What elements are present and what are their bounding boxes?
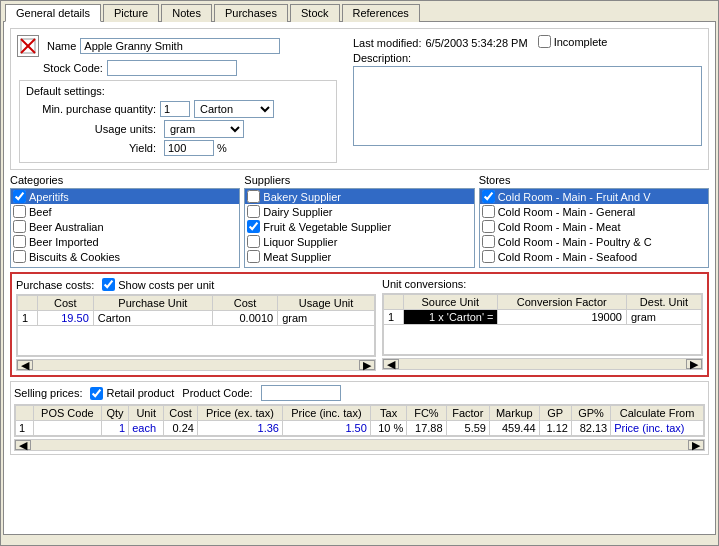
col-num — [18, 296, 38, 311]
sp-row-pos[interactable] — [34, 421, 102, 436]
store-fruit-checkbox[interactable] — [482, 190, 495, 203]
row-purchase-unit[interactable]: Carton — [93, 311, 212, 326]
uc-scroll-left-btn[interactable]: ◀ — [383, 359, 399, 369]
last-modified-label: Last modified: — [353, 37, 421, 49]
yield-input[interactable] — [164, 140, 214, 156]
row-cost[interactable]: 19.50 — [38, 311, 94, 326]
list-item[interactable]: Meat Supplier — [245, 249, 473, 264]
list-item[interactable]: Fruit & Vegetable Supplier — [245, 219, 473, 234]
purchase-costs-hscroll[interactable]: ◀ ▶ — [16, 359, 376, 371]
show-costs-label: Show costs per unit — [102, 278, 214, 291]
last-modified-row: Last modified: 6/5/2003 5:34:28 PM Incom… — [353, 35, 702, 50]
name-input[interactable] — [80, 38, 280, 54]
suppliers-column: Suppliers Bakery Supplier Dairy Supplier… — [244, 174, 474, 268]
supplier-dairy-checkbox[interactable] — [247, 205, 260, 218]
tab-general-details[interactable]: General details — [5, 4, 101, 22]
sp-row-price-ex[interactable]: 1.36 — [197, 421, 282, 436]
category-aperitifs-checkbox[interactable] — [13, 190, 26, 203]
unit-conversions-title: Unit conversions: — [382, 278, 466, 290]
sp-col-tax: Tax — [370, 406, 406, 421]
name-label: Name — [47, 40, 76, 52]
category-beer-au-checkbox[interactable] — [13, 220, 26, 233]
stores-list[interactable]: Cold Room - Main - Fruit And V Cold Room… — [479, 188, 709, 268]
sp-scroll-right-btn[interactable]: ▶ — [688, 440, 704, 450]
list-item[interactable]: Beef — [11, 204, 239, 219]
sp-row-unit[interactable]: each — [129, 421, 164, 436]
categories-list[interactable]: Aperitifs Beef Beer Australian Beer Impo… — [10, 188, 240, 268]
sp-row-calc-from[interactable]: Price (inc. tax) — [611, 421, 704, 436]
list-item[interactable]: Aperitifs — [11, 189, 239, 204]
supplier-meat-checkbox[interactable] — [247, 250, 260, 263]
scroll-right-btn[interactable]: ▶ — [359, 360, 375, 370]
category-beer-imp-checkbox[interactable] — [13, 235, 26, 248]
col-unit-cost: Cost — [213, 296, 278, 311]
name-row: Name — [17, 35, 337, 57]
supplier-liquor-checkbox[interactable] — [247, 235, 260, 248]
tab-notes[interactable]: Notes — [161, 4, 212, 22]
list-item[interactable]: Bakery Supplier — [245, 189, 473, 204]
unit-conversions-hscroll[interactable]: ◀ ▶ — [382, 358, 703, 370]
general-details-section: Name Stock Code: Default settings: Min. … — [10, 28, 709, 170]
table-row: 1 19.50 Carton 0.0010 gram — [18, 311, 375, 326]
sp-row-tax[interactable]: 10 % — [370, 421, 406, 436]
incomplete-checkbox[interactable] — [538, 35, 551, 48]
sp-col-unit: Unit — [129, 406, 164, 421]
selling-title-row: Selling prices: Retail product Product C… — [14, 385, 705, 401]
sp-scroll-left-btn[interactable]: ◀ — [15, 440, 31, 450]
uc-scroll-right-btn[interactable]: ▶ — [686, 359, 702, 369]
sp-col-qty: Qty — [101, 406, 128, 421]
retail-product-label: Retail product — [90, 387, 174, 400]
category-beef-checkbox[interactable] — [13, 205, 26, 218]
purchase-costs-section: Purchase costs: Show costs per unit Cost… — [10, 272, 709, 377]
list-item[interactable]: Cold Room - Main - General — [480, 204, 708, 219]
sp-row-price-inc[interactable]: 1.50 — [283, 421, 371, 436]
category-biscuits-checkbox[interactable] — [13, 250, 26, 263]
list-item[interactable]: Liquor Supplier — [245, 234, 473, 249]
supplier-fruit-checkbox[interactable] — [247, 220, 260, 233]
list-item[interactable]: Cold Room - Main - Meat — [480, 219, 708, 234]
store-general-checkbox[interactable] — [482, 205, 495, 218]
tab-bar: General details Picture Notes Purchases … — [1, 1, 718, 21]
retail-product-checkbox[interactable] — [90, 387, 103, 400]
tab-stock[interactable]: Stock — [290, 4, 340, 22]
min-purchase-input[interactable] — [160, 101, 190, 117]
tab-purchases[interactable]: Purchases — [214, 4, 288, 22]
purchase-unit-select[interactable]: Carton — [194, 100, 274, 118]
sp-col-markup: Markup — [489, 406, 539, 421]
store-meat-checkbox[interactable] — [482, 220, 495, 233]
store-seafood-checkbox[interactable] — [482, 250, 495, 263]
usage-units-select[interactable]: gram — [164, 120, 244, 138]
sp-row-markup: 459.44 — [489, 421, 539, 436]
supplier-bakery-checkbox[interactable] — [247, 190, 260, 203]
row-unit-cost: 0.0010 — [213, 311, 278, 326]
selling-prices-hscroll[interactable]: ◀ ▶ — [14, 439, 705, 451]
sp-col-factor: Factor — [446, 406, 489, 421]
list-item[interactable]: Beer Imported — [11, 234, 239, 249]
description-textarea[interactable] — [353, 66, 702, 146]
suppliers-list[interactable]: Bakery Supplier Dairy Supplier Fruit & V… — [244, 188, 474, 268]
list-item[interactable]: Cold Room - Main - Fruit And V — [480, 189, 708, 204]
categories-title: Categories — [10, 174, 240, 186]
tab-references[interactable]: References — [342, 4, 420, 22]
scroll-left-btn[interactable]: ◀ — [17, 360, 33, 370]
uc-row-factor: 19000 — [497, 310, 626, 325]
store-poultry-checkbox[interactable] — [482, 235, 495, 248]
stock-code-input[interactable] — [107, 60, 237, 76]
show-costs-checkbox[interactable] — [102, 278, 115, 291]
default-settings-box: Default settings: Min. purchase quantity… — [19, 80, 337, 163]
uc-col-dest: Dest. Unit — [626, 295, 701, 310]
list-item[interactable]: Biscuits & Cookies — [11, 249, 239, 264]
last-modified-value: 6/5/2003 5:34:28 PM — [425, 37, 527, 49]
stock-code-label: Stock Code: — [43, 62, 103, 74]
list-item[interactable]: Cold Room - Main - Seafood — [480, 249, 708, 264]
usage-units-label: Usage units: — [26, 123, 156, 135]
sp-row-qty[interactable]: 1 — [101, 421, 128, 436]
list-item[interactable]: Beer Australian — [11, 219, 239, 234]
uc-row-source[interactable]: 1 x 'Carton' = — [404, 310, 498, 325]
sp-col-cost: Cost — [164, 406, 198, 421]
tab-picture[interactable]: Picture — [103, 4, 159, 22]
product-code-input[interactable] — [261, 385, 341, 401]
list-item[interactable]: Cold Room - Main - Poultry & C — [480, 234, 708, 249]
list-item[interactable]: Dairy Supplier — [245, 204, 473, 219]
purchase-costs-table: Cost Purchase Unit Cost Usage Unit 1 19.… — [17, 295, 375, 356]
